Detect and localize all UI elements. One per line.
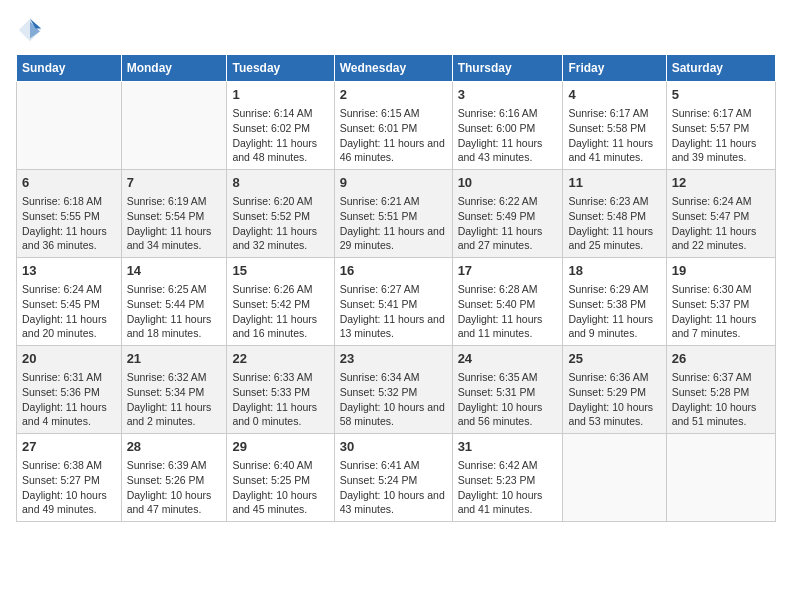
- day-number: 26: [672, 350, 770, 368]
- col-header-monday: Monday: [121, 55, 227, 82]
- day-info: Sunrise: 6:17 AMSunset: 5:57 PMDaylight:…: [672, 107, 757, 163]
- calendar-cell: 28Sunrise: 6:39 AMSunset: 5:26 PMDayligh…: [121, 434, 227, 522]
- calendar-cell: 12Sunrise: 6:24 AMSunset: 5:47 PMDayligh…: [666, 170, 775, 258]
- col-header-sunday: Sunday: [17, 55, 122, 82]
- calendar-cell: 11Sunrise: 6:23 AMSunset: 5:48 PMDayligh…: [563, 170, 666, 258]
- day-info: Sunrise: 6:33 AMSunset: 5:33 PMDaylight:…: [232, 371, 317, 427]
- calendar-week-5: 27Sunrise: 6:38 AMSunset: 5:27 PMDayligh…: [17, 434, 776, 522]
- col-header-thursday: Thursday: [452, 55, 563, 82]
- calendar-cell: 13Sunrise: 6:24 AMSunset: 5:45 PMDayligh…: [17, 258, 122, 346]
- day-number: 27: [22, 438, 116, 456]
- day-number: 21: [127, 350, 222, 368]
- calendar-cell: 8Sunrise: 6:20 AMSunset: 5:52 PMDaylight…: [227, 170, 334, 258]
- calendar-cell: [563, 434, 666, 522]
- day-info: Sunrise: 6:21 AMSunset: 5:51 PMDaylight:…: [340, 195, 445, 251]
- day-number: 20: [22, 350, 116, 368]
- day-number: 17: [458, 262, 558, 280]
- day-number: 8: [232, 174, 328, 192]
- day-info: Sunrise: 6:28 AMSunset: 5:40 PMDaylight:…: [458, 283, 543, 339]
- calendar-cell: 16Sunrise: 6:27 AMSunset: 5:41 PMDayligh…: [334, 258, 452, 346]
- day-number: 1: [232, 86, 328, 104]
- calendar-cell: 2Sunrise: 6:15 AMSunset: 6:01 PMDaylight…: [334, 82, 452, 170]
- day-number: 24: [458, 350, 558, 368]
- day-info: Sunrise: 6:27 AMSunset: 5:41 PMDaylight:…: [340, 283, 445, 339]
- calendar-cell: 29Sunrise: 6:40 AMSunset: 5:25 PMDayligh…: [227, 434, 334, 522]
- calendar-cell: 22Sunrise: 6:33 AMSunset: 5:33 PMDayligh…: [227, 346, 334, 434]
- day-number: 23: [340, 350, 447, 368]
- day-info: Sunrise: 6:39 AMSunset: 5:26 PMDaylight:…: [127, 459, 212, 515]
- header-row: SundayMondayTuesdayWednesdayThursdayFrid…: [17, 55, 776, 82]
- day-info: Sunrise: 6:23 AMSunset: 5:48 PMDaylight:…: [568, 195, 653, 251]
- day-info: Sunrise: 6:24 AMSunset: 5:45 PMDaylight:…: [22, 283, 107, 339]
- calendar-week-2: 6Sunrise: 6:18 AMSunset: 5:55 PMDaylight…: [17, 170, 776, 258]
- day-info: Sunrise: 6:14 AMSunset: 6:02 PMDaylight:…: [232, 107, 317, 163]
- calendar-cell: 4Sunrise: 6:17 AMSunset: 5:58 PMDaylight…: [563, 82, 666, 170]
- day-info: Sunrise: 6:20 AMSunset: 5:52 PMDaylight:…: [232, 195, 317, 251]
- calendar-cell: 10Sunrise: 6:22 AMSunset: 5:49 PMDayligh…: [452, 170, 563, 258]
- day-number: 25: [568, 350, 660, 368]
- day-number: 30: [340, 438, 447, 456]
- day-info: Sunrise: 6:25 AMSunset: 5:44 PMDaylight:…: [127, 283, 212, 339]
- col-header-wednesday: Wednesday: [334, 55, 452, 82]
- day-info: Sunrise: 6:31 AMSunset: 5:36 PMDaylight:…: [22, 371, 107, 427]
- day-number: 16: [340, 262, 447, 280]
- day-number: 19: [672, 262, 770, 280]
- calendar-week-4: 20Sunrise: 6:31 AMSunset: 5:36 PMDayligh…: [17, 346, 776, 434]
- calendar-cell: [666, 434, 775, 522]
- calendar-cell: 25Sunrise: 6:36 AMSunset: 5:29 PMDayligh…: [563, 346, 666, 434]
- calendar-cell: 23Sunrise: 6:34 AMSunset: 5:32 PMDayligh…: [334, 346, 452, 434]
- day-number: 9: [340, 174, 447, 192]
- day-number: 2: [340, 86, 447, 104]
- day-info: Sunrise: 6:19 AMSunset: 5:54 PMDaylight:…: [127, 195, 212, 251]
- day-number: 7: [127, 174, 222, 192]
- calendar-cell: 21Sunrise: 6:32 AMSunset: 5:34 PMDayligh…: [121, 346, 227, 434]
- day-info: Sunrise: 6:18 AMSunset: 5:55 PMDaylight:…: [22, 195, 107, 251]
- day-number: 5: [672, 86, 770, 104]
- col-header-tuesday: Tuesday: [227, 55, 334, 82]
- day-number: 11: [568, 174, 660, 192]
- calendar-cell: 1Sunrise: 6:14 AMSunset: 6:02 PMDaylight…: [227, 82, 334, 170]
- day-number: 3: [458, 86, 558, 104]
- day-info: Sunrise: 6:15 AMSunset: 6:01 PMDaylight:…: [340, 107, 445, 163]
- day-number: 13: [22, 262, 116, 280]
- day-info: Sunrise: 6:24 AMSunset: 5:47 PMDaylight:…: [672, 195, 757, 251]
- calendar-week-3: 13Sunrise: 6:24 AMSunset: 5:45 PMDayligh…: [17, 258, 776, 346]
- calendar-cell: 19Sunrise: 6:30 AMSunset: 5:37 PMDayligh…: [666, 258, 775, 346]
- day-number: 29: [232, 438, 328, 456]
- day-info: Sunrise: 6:42 AMSunset: 5:23 PMDaylight:…: [458, 459, 543, 515]
- calendar-cell: 17Sunrise: 6:28 AMSunset: 5:40 PMDayligh…: [452, 258, 563, 346]
- day-number: 10: [458, 174, 558, 192]
- day-info: Sunrise: 6:30 AMSunset: 5:37 PMDaylight:…: [672, 283, 757, 339]
- day-info: Sunrise: 6:36 AMSunset: 5:29 PMDaylight:…: [568, 371, 653, 427]
- calendar-week-1: 1Sunrise: 6:14 AMSunset: 6:02 PMDaylight…: [17, 82, 776, 170]
- logo: [16, 16, 48, 44]
- day-number: 15: [232, 262, 328, 280]
- day-number: 18: [568, 262, 660, 280]
- day-number: 4: [568, 86, 660, 104]
- col-header-friday: Friday: [563, 55, 666, 82]
- day-number: 31: [458, 438, 558, 456]
- day-number: 22: [232, 350, 328, 368]
- day-info: Sunrise: 6:35 AMSunset: 5:31 PMDaylight:…: [458, 371, 543, 427]
- day-info: Sunrise: 6:32 AMSunset: 5:34 PMDaylight:…: [127, 371, 212, 427]
- day-number: 28: [127, 438, 222, 456]
- calendar-table: SundayMondayTuesdayWednesdayThursdayFrid…: [16, 54, 776, 522]
- day-number: 14: [127, 262, 222, 280]
- day-number: 12: [672, 174, 770, 192]
- day-info: Sunrise: 6:34 AMSunset: 5:32 PMDaylight:…: [340, 371, 445, 427]
- page-header: [16, 16, 776, 44]
- day-info: Sunrise: 6:22 AMSunset: 5:49 PMDaylight:…: [458, 195, 543, 251]
- day-info: Sunrise: 6:37 AMSunset: 5:28 PMDaylight:…: [672, 371, 757, 427]
- calendar-cell: 5Sunrise: 6:17 AMSunset: 5:57 PMDaylight…: [666, 82, 775, 170]
- calendar-cell: 9Sunrise: 6:21 AMSunset: 5:51 PMDaylight…: [334, 170, 452, 258]
- calendar-cell: 30Sunrise: 6:41 AMSunset: 5:24 PMDayligh…: [334, 434, 452, 522]
- calendar-cell: 27Sunrise: 6:38 AMSunset: 5:27 PMDayligh…: [17, 434, 122, 522]
- calendar-cell: [17, 82, 122, 170]
- day-info: Sunrise: 6:38 AMSunset: 5:27 PMDaylight:…: [22, 459, 107, 515]
- day-info: Sunrise: 6:40 AMSunset: 5:25 PMDaylight:…: [232, 459, 317, 515]
- calendar-cell: 31Sunrise: 6:42 AMSunset: 5:23 PMDayligh…: [452, 434, 563, 522]
- calendar-cell: 24Sunrise: 6:35 AMSunset: 5:31 PMDayligh…: [452, 346, 563, 434]
- col-header-saturday: Saturday: [666, 55, 775, 82]
- calendar-cell: 26Sunrise: 6:37 AMSunset: 5:28 PMDayligh…: [666, 346, 775, 434]
- calendar-cell: 14Sunrise: 6:25 AMSunset: 5:44 PMDayligh…: [121, 258, 227, 346]
